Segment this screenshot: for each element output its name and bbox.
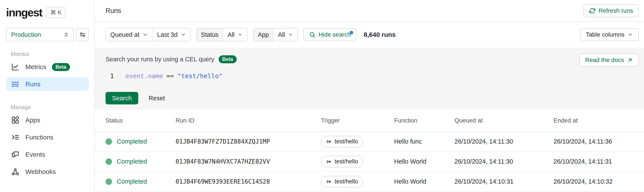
sidebar-item-runs[interactable]: Runs [6, 77, 89, 91]
apps-grid-icon [11, 116, 20, 125]
search-icon [309, 32, 316, 38]
code-token-string: "test/hello" [178, 72, 223, 80]
app-filter-dropdown[interactable]: All [274, 28, 298, 41]
read-the-docs-button[interactable]: Read the docs [580, 54, 638, 66]
sidebar-item-label: Webhooks [26, 168, 56, 176]
page-title: Runs [106, 7, 121, 15]
command-k-shortcut-badge[interactable]: ⌘ K [46, 7, 66, 18]
app-window: inngest ⌘ K Production [0, 0, 644, 192]
beta-badge: Beta [52, 63, 70, 71]
run-id: 01JB4F83W7N4HVXC7A7HZE82VV [176, 158, 321, 165]
refresh-runs-button[interactable]: Refresh runs [584, 4, 638, 17]
metrics-chart-icon [11, 62, 20, 72]
hide-search-button[interactable]: Hide search [304, 28, 356, 41]
notification-dot [350, 31, 353, 34]
trigger-pill[interactable]: test/hello [321, 156, 363, 168]
table-columns-button[interactable]: Table columns [580, 28, 638, 41]
queued-at-value: 26/10/2024, 14:11:30 [454, 138, 554, 145]
cel-panel-buttons: Search Reset [106, 92, 638, 104]
cel-query-editor[interactable]: 1 event.name=="test/hello" [106, 71, 638, 81]
cel-panel-title: Search your runs by using a CEL query [106, 56, 214, 63]
monitor-section-label: Monitor [11, 51, 89, 58]
trigger-cell: test/hello [321, 176, 394, 188]
functions-icon [11, 133, 20, 142]
page-header: Runs Refresh runs [95, 0, 644, 22]
table-row[interactable]: Completed 01JB4F83W7N4HVXC7A7HZE82VV tes… [95, 152, 644, 172]
status-cell: Completed [106, 138, 176, 145]
function-name: Hello World [394, 158, 454, 165]
run-id: 01JB4F83W7FZ7D1Z884XZQJ1MP [176, 138, 321, 145]
hide-search-label: Hide search [318, 31, 351, 38]
search-button[interactable]: Search [106, 92, 138, 104]
run-id: 01JB4F69WE9393EERE16C14S28 [176, 178, 321, 185]
manage-section-label: Manage [11, 104, 89, 111]
app-filter-value: All [278, 31, 285, 38]
filter-bar: Queued at Last 3d Status All [95, 22, 644, 48]
arrow-up-right-icon [627, 57, 633, 63]
runs-table: Status Run ID Trigger Function Queued at… [95, 110, 644, 192]
time-range-dropdown[interactable]: Last 3d [153, 28, 190, 41]
chevron-down-icon [181, 32, 186, 37]
status-cell: Completed [106, 178, 176, 185]
sidebar-item-label: Apps [26, 116, 40, 124]
status-filter-value: All [228, 31, 234, 38]
sidebar-item-functions[interactable]: Functions [6, 130, 89, 144]
sidebar-item-label: Events [26, 151, 45, 158]
cel-query-code: event.name=="test/hello" [125, 72, 222, 80]
function-name: Hello func [394, 138, 454, 145]
sidebar: inngest ⌘ K Production [0, 0, 95, 192]
chevron-down-icon [628, 32, 633, 38]
event-trigger-icon [326, 179, 332, 185]
sidebar-item-label: Functions [26, 134, 54, 141]
app-filter-label: App [254, 28, 273, 41]
column-header-ended-at: Ended at [554, 117, 638, 124]
time-field-value: Queued at [110, 31, 139, 38]
event-trigger-icon [326, 159, 332, 165]
time-range-value: Last 3d [157, 31, 178, 38]
beta-badge: Beta [218, 55, 237, 63]
status-filter-dropdown[interactable]: All [223, 28, 247, 41]
trigger-pill[interactable]: test/hello [321, 136, 363, 148]
events-icon [11, 150, 20, 159]
chevron-down-icon [142, 32, 148, 38]
runs-list-icon [11, 80, 20, 89]
cel-search-panel: Search your runs by using a CEL query Be… [95, 48, 644, 110]
logo-row: inngest ⌘ K [6, 5, 89, 19]
status-dot-icon [106, 178, 112, 185]
environment-settings-button[interactable] [76, 28, 89, 41]
environment-row: Production [6, 28, 89, 41]
sidebar-item-events[interactable]: Events [6, 148, 89, 162]
queued-at-value: 26/10/2024, 14:11:30 [454, 158, 554, 165]
column-header-queued-at: Queued at [454, 117, 554, 124]
sliders-icon [79, 31, 86, 38]
cel-panel-top: Search your runs by using a CEL query Be… [106, 54, 638, 66]
trigger-pill[interactable]: test/hello [321, 176, 363, 188]
code-token-object: event.name [125, 72, 163, 80]
status-filter-group: Status All [196, 28, 248, 41]
sidebar-item-apps[interactable]: Apps [6, 113, 89, 127]
status-dot-icon [106, 138, 112, 145]
column-header-trigger: Trigger [321, 117, 394, 124]
read-the-docs-label: Read the docs [585, 56, 624, 64]
ended-at-value: 26/10/2024, 14:11:36 [554, 138, 638, 145]
table-row[interactable]: Completed 01JB4F69WE9393EERE16C14S28 tes… [95, 172, 644, 192]
line-number: 1 [108, 72, 116, 80]
time-field-dropdown[interactable]: Queued at [106, 28, 152, 41]
ended-at-value: 26/10/2024, 14:10:32 [554, 178, 638, 185]
webhook-icon [11, 167, 20, 176]
status-label: Completed [117, 138, 147, 145]
table-row[interactable]: Completed 01JB4F83W7FZ7D1Z884XZQJ1MP tes… [95, 132, 644, 152]
cel-title-row: Search your runs by using a CEL query Be… [106, 54, 237, 65]
status-dot-icon [106, 158, 112, 165]
trigger-name: test/hello [335, 178, 358, 185]
status-label: Completed [117, 158, 147, 165]
environment-selector[interactable]: Production [6, 28, 74, 41]
sidebar-item-metrics[interactable]: Metrics Beta [6, 60, 89, 74]
sidebar-item-label: Runs [26, 80, 40, 88]
reset-button[interactable]: Reset [148, 95, 165, 102]
sidebar-item-label: Metrics [26, 63, 46, 70]
sidebar-item-webhooks[interactable]: Webhooks [6, 165, 89, 179]
trigger-name: test/hello [335, 138, 358, 145]
environment-name: Production [11, 31, 41, 38]
trigger-cell: test/hello [321, 136, 394, 148]
